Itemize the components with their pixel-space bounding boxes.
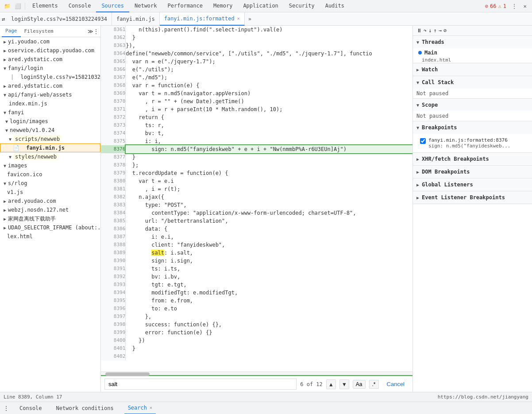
sidebar-item-newweb[interactable]: ▼newweb/v1.0.24 bbox=[0, 126, 100, 135]
threads-header[interactable]: ▼ Threads bbox=[413, 36, 532, 48]
sidebar-item-ared-youdao[interactable]: ▶ared.youdao.com bbox=[0, 197, 100, 205]
salt-highlight: salt bbox=[151, 250, 164, 256]
maximize-icon[interactable]: ⬜ bbox=[12, 1, 23, 12]
search-tab-close[interactable]: ✕ bbox=[150, 405, 152, 410]
line-number: 8371 bbox=[101, 105, 126, 113]
sidebar-item-login-images[interactable]: ▼login/images bbox=[0, 117, 100, 126]
line-number: 8376 bbox=[101, 145, 126, 153]
sidebar-item-favicon[interactable]: favicon.ico bbox=[0, 170, 100, 179]
sources-icon[interactable]: ⇄ bbox=[2, 16, 5, 22]
global-header[interactable]: ▶ Global Listeners bbox=[413, 178, 532, 191]
tab-sources[interactable]: Sources bbox=[96, 0, 129, 12]
tab-elements[interactable]: Elements bbox=[27, 0, 63, 12]
sidebar-item-v1js[interactable]: v1.js bbox=[0, 188, 100, 197]
breakpoints-header[interactable]: ▼ Breakpoints bbox=[413, 121, 532, 134]
step-over-button[interactable]: ↷ bbox=[424, 27, 427, 34]
close-devtools-icon[interactable]: ✕ bbox=[520, 1, 530, 12]
tab-memory[interactable]: Memory bbox=[208, 0, 238, 12]
sidebar-item-webzj[interactable]: ▶webzj.nosdn.127.net bbox=[0, 205, 100, 214]
scope-header[interactable]: ▼ Scope bbox=[413, 99, 532, 111]
step-into-button[interactable]: ↓ bbox=[428, 27, 432, 34]
line-code: sign: n.md5("fanyideskweb" + e + i + "Nw… bbox=[126, 145, 412, 153]
sidebar-tab-filesystem[interactable]: Filesystem bbox=[21, 26, 57, 37]
sidebar-item-udao[interactable]: ▶UDAO_SELECTOR_IFRAME (about:... bbox=[0, 223, 100, 232]
file-tab-close-icon[interactable]: ✕ bbox=[237, 16, 240, 21]
pause-button[interactable]: ⏸ bbox=[416, 27, 422, 34]
callstack-header[interactable]: ▼ Call Stack bbox=[413, 76, 532, 89]
error-badge: ⊘ 66 ⚠ 1 bbox=[482, 3, 509, 9]
sidebar-item-oservice[interactable]: ▶oservice.dictapp.youdao.com bbox=[0, 46, 100, 55]
xhr-header[interactable]: ▶ XHR/fetch Breakpoints bbox=[413, 153, 532, 165]
thread-main[interactable]: Main bbox=[413, 48, 532, 57]
sidebar-tab-page[interactable]: Page bbox=[2, 26, 21, 37]
event-label: Event Listener Breakpoints bbox=[422, 194, 505, 201]
bottom-tab-network-conditions[interactable]: Network conditions bbox=[53, 402, 117, 414]
sidebar-item-indexmin[interactable]: index.min.js bbox=[0, 99, 100, 108]
search-prev-button[interactable]: ▲ bbox=[326, 379, 336, 389]
code-scroll[interactable]: 8361 n(this).parent().find(".select-inpu… bbox=[101, 26, 412, 371]
bottom-tab-search[interactable]: Search ✕ bbox=[124, 402, 156, 414]
search-input[interactable] bbox=[104, 379, 297, 390]
table-row: 8373 ts: r, bbox=[101, 121, 412, 129]
sidebar-more-icon[interactable]: ≫ bbox=[88, 28, 93, 35]
file-tab-fanyi-formatted-label: fanyi.min.js:formatted bbox=[164, 15, 235, 22]
tab-audits[interactable]: Audits bbox=[320, 0, 350, 12]
tab-performance[interactable]: Performance bbox=[162, 0, 208, 12]
tab-network[interactable]: Network bbox=[129, 0, 162, 12]
search-next-button[interactable]: ▼ bbox=[339, 379, 349, 389]
file-tab-loginstyle[interactable]: loginStyle.css?v=1582103224934 bbox=[7, 12, 112, 26]
table-row: 8387 i: e.i, bbox=[101, 233, 412, 241]
bottom-toolbar: ⋮ Console Network conditions Search ✕ bbox=[0, 402, 532, 414]
sidebar-item-fanyi-login[interactable]: ▼fanyi/login bbox=[0, 64, 100, 73]
sidebar-menu-icon[interactable]: ⋮ bbox=[93, 28, 99, 35]
breakpoint-checkbox[interactable] bbox=[420, 138, 426, 144]
tab-overflow-icon[interactable]: » bbox=[245, 16, 255, 22]
table-row: 8399 error: function(e) {} bbox=[101, 329, 412, 337]
regex-button[interactable]: .* bbox=[369, 380, 379, 389]
sidebar-item-images[interactable]: ▼images bbox=[0, 161, 100, 170]
deactivate-button[interactable]: ⊘ bbox=[443, 27, 447, 34]
sidebar-item-loginstyle[interactable]: | loginStyle.css?v=158210322493... bbox=[0, 73, 100, 81]
cancel-button[interactable]: Cancel bbox=[382, 380, 409, 388]
step-out-button[interactable]: ↑ bbox=[433, 27, 436, 34]
line-code: var t = e.i bbox=[126, 177, 412, 185]
sidebar-item-scripts[interactable]: ▼scripts/newweb bbox=[0, 135, 100, 143]
match-case-button[interactable]: Aa bbox=[353, 380, 366, 389]
file-tab-fanyi-min[interactable]: fanyi.min.js bbox=[112, 12, 160, 26]
line-code: ts: r, bbox=[126, 121, 412, 129]
sidebar-item-styles[interactable]: ▼styles/newweb bbox=[0, 152, 100, 161]
file-tab-fanyi-formatted[interactable]: fanyi.min.js:formatted ✕ bbox=[160, 12, 245, 26]
sidebar-item-api[interactable]: ▼api/fanyi-web/assets bbox=[0, 90, 100, 99]
horizontal-scrollbar[interactable] bbox=[101, 371, 412, 376]
sidebar-item-rlog[interactable]: ▼s/rlog bbox=[0, 179, 100, 188]
thread-name: Main bbox=[424, 50, 437, 56]
tab-application[interactable]: Application bbox=[238, 0, 283, 12]
sidebar-item-lex[interactable]: lex.html bbox=[0, 232, 100, 241]
tab-console[interactable]: Console bbox=[63, 0, 96, 12]
line-code: i: i, bbox=[126, 137, 412, 145]
event-arrow: ▶ bbox=[416, 195, 419, 200]
horiz-thumb[interactable] bbox=[105, 372, 150, 376]
sidebar-item-youdao[interactable]: ▶yi.youdao.com bbox=[0, 37, 100, 46]
watch-header[interactable]: ▶ Watch bbox=[413, 63, 532, 76]
folder-icon[interactable]: 📁 bbox=[2, 1, 12, 12]
sidebar-item-wangpan[interactable]: ▶家网盘离线下载助手 bbox=[0, 214, 100, 223]
scope-label: Scope bbox=[422, 102, 438, 108]
table-row: 8382 n.ajax({ bbox=[101, 193, 412, 201]
separator bbox=[25, 3, 25, 10]
tab-security[interactable]: Security bbox=[284, 0, 320, 12]
line-code: tgt: e.tgt, bbox=[126, 281, 412, 289]
dom-header[interactable]: ▶ DOM Breakpoints bbox=[413, 166, 532, 178]
sidebar-item-fanyi-min-selected[interactable]: 📄 fanyi.min.js bbox=[0, 143, 100, 152]
line-code: }) bbox=[126, 337, 412, 344]
sidebar-item-ared1[interactable]: ▶ared.ydstatic.com bbox=[0, 55, 100, 64]
bottom-menu-icon[interactable]: ⋮ bbox=[4, 405, 9, 411]
line-number: 8365 bbox=[101, 58, 126, 66]
bottom-tab-console[interactable]: Console bbox=[16, 402, 46, 414]
sidebar-item-fanyi[interactable]: ▼fanyi bbox=[0, 108, 100, 117]
event-header[interactable]: ▶ Event Listener Breakpoints bbox=[413, 191, 532, 204]
sidebar-item-ared2[interactable]: ▶ared.ydstatic.com bbox=[0, 81, 100, 90]
scope-status: Not paused bbox=[416, 113, 448, 119]
step-button[interactable]: → bbox=[439, 27, 442, 34]
more-icon[interactable]: ⋮ bbox=[509, 1, 520, 12]
